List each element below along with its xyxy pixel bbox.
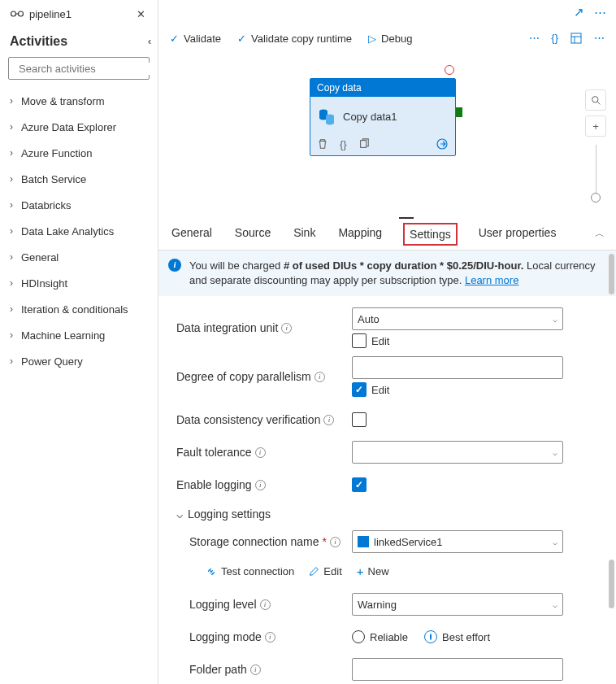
logging-level-select[interactable]: Warning⌵ bbox=[352, 593, 563, 616]
category-item[interactable]: ›HDInsight bbox=[10, 270, 158, 296]
check-icon: ✓ bbox=[170, 33, 179, 45]
template-icon[interactable] bbox=[570, 32, 583, 45]
diu-select[interactable]: Auto⌵ bbox=[352, 307, 563, 330]
pipeline-toolbar: ✓Validate ✓Validate copy runtime ▷Debug … bbox=[158, 21, 616, 55]
tab-general[interactable]: General bbox=[170, 221, 214, 247]
test-connection-button[interactable]: Test connection bbox=[206, 564, 294, 578]
diu-label: Data integration unit bbox=[176, 321, 278, 334]
category-item[interactable]: ›Power Query bbox=[10, 348, 158, 374]
info-icon[interactable]: i bbox=[255, 447, 266, 458]
node-name-label: Copy data1 bbox=[343, 111, 397, 123]
dcp-input[interactable] bbox=[352, 356, 563, 379]
pipeline-canvas[interactable]: Copy data Copy data1 {} + bbox=[158, 55, 616, 218]
expand-node-icon[interactable] bbox=[436, 137, 449, 150]
storage-connection-select[interactable]: linkedService1⌵ bbox=[352, 530, 563, 553]
diu-edit-checkbox[interactable] bbox=[352, 333, 367, 348]
tab-user-properties[interactable]: User properties bbox=[477, 221, 558, 247]
chevron-right-icon: › bbox=[10, 147, 21, 159]
category-item[interactable]: ›Batch Service bbox=[10, 166, 158, 192]
category-item[interactable]: ›Move & transform bbox=[10, 88, 158, 114]
more-icon[interactable]: ⋯ bbox=[594, 32, 605, 45]
property-tabs: General Source Sink Mapping Settings Use… bbox=[158, 218, 616, 251]
scrollbar-thumb[interactable] bbox=[609, 254, 614, 294]
svg-rect-5 bbox=[571, 33, 581, 43]
expand-icon[interactable]: ↗ bbox=[574, 5, 584, 20]
search-field[interactable] bbox=[19, 63, 155, 75]
info-icon[interactable]: i bbox=[281, 323, 292, 333]
delete-icon[interactable] bbox=[317, 138, 328, 150]
category-list: ›Move & transform ›Azure Data Explorer ›… bbox=[0, 86, 158, 374]
code-icon[interactable]: {} bbox=[551, 32, 558, 45]
tab-settings[interactable]: Settings bbox=[403, 223, 458, 246]
database-icon bbox=[317, 107, 336, 126]
copy-data-node[interactable]: Copy data Copy data1 {} bbox=[310, 78, 456, 156]
category-item[interactable]: ›Azure Data Explorer bbox=[10, 114, 158, 140]
category-item[interactable]: ›Data Lake Analytics bbox=[10, 218, 158, 244]
info-banner: i You will be charged # of used DIUs * c… bbox=[158, 251, 616, 296]
enable-logging-checkbox[interactable] bbox=[352, 477, 367, 492]
category-item[interactable]: ›Databricks bbox=[10, 192, 158, 218]
zoom-slider[interactable] bbox=[596, 145, 596, 194]
logging-mode-label: Logging mode bbox=[189, 630, 262, 643]
plus-icon: + bbox=[357, 564, 364, 578]
chevron-right-icon: › bbox=[10, 173, 21, 185]
chevron-down-icon: ⌵ bbox=[553, 538, 557, 547]
search-input[interactable] bbox=[8, 57, 150, 80]
close-tab-icon[interactable]: ✕ bbox=[132, 8, 150, 20]
info-icon: i bbox=[168, 259, 181, 272]
required-icon: * bbox=[323, 535, 327, 548]
logging-settings-header[interactable]: ⌵Logging settings bbox=[176, 508, 598, 521]
folder-path-input[interactable] bbox=[352, 658, 563, 681]
svg-rect-1 bbox=[19, 11, 24, 16]
node-type-label: Copy data bbox=[310, 79, 455, 97]
logging-mode-reliable-radio[interactable]: Reliable bbox=[352, 630, 408, 643]
logging-mode-best-effort-radio[interactable]: Best effort bbox=[424, 630, 490, 643]
info-icon[interactable]: i bbox=[260, 599, 271, 610]
tab-title: pipeline1 bbox=[29, 8, 132, 20]
info-icon[interactable]: i bbox=[250, 664, 261, 675]
canvas-search-button[interactable] bbox=[585, 89, 606, 111]
new-connection-button[interactable]: +New bbox=[357, 564, 389, 578]
node-connector-icon[interactable] bbox=[456, 107, 462, 117]
ft-label: Fault tolerance bbox=[176, 446, 252, 459]
dcv-label: Data consistency verification bbox=[176, 413, 320, 426]
svg-point-12 bbox=[592, 96, 597, 102]
chevron-right-icon: › bbox=[10, 329, 21, 341]
chevron-down-icon: ⌵ bbox=[553, 600, 557, 609]
validate-copy-runtime-button[interactable]: ✓Validate copy runtime bbox=[237, 33, 352, 45]
code-icon[interactable]: {} bbox=[340, 138, 347, 150]
window-controls: ↗ ⋯ bbox=[158, 0, 616, 21]
edit-connection-button[interactable]: Edit bbox=[309, 564, 341, 578]
enable-logging-label: Enable logging bbox=[176, 478, 252, 491]
dcp-edit-checkbox[interactable] bbox=[352, 382, 367, 397]
copy-icon[interactable] bbox=[358, 138, 370, 150]
info-icon[interactable]: i bbox=[265, 632, 275, 643]
dcv-checkbox[interactable] bbox=[352, 412, 367, 427]
zoom-slider-handle[interactable] bbox=[591, 193, 601, 203]
settings-panel: i You will be charged # of used DIUs * c… bbox=[158, 251, 616, 684]
scrollbar-thumb[interactable] bbox=[609, 560, 614, 608]
category-item[interactable]: ›Iteration & conditionals bbox=[10, 296, 158, 322]
connection-icon bbox=[206, 566, 217, 577]
debug-button[interactable]: ▷Debug bbox=[368, 33, 412, 45]
more-icon[interactable]: ⋯ bbox=[529, 32, 540, 45]
learn-more-link[interactable]: Learn more bbox=[465, 274, 518, 286]
play-icon: ▷ bbox=[368, 33, 376, 45]
tab-source[interactable]: Source bbox=[233, 221, 272, 247]
zoom-in-button[interactable]: + bbox=[585, 115, 606, 137]
collapse-panel-icon[interactable]: ︿ bbox=[595, 227, 605, 241]
chevron-down-icon: ⌵ bbox=[553, 315, 557, 324]
svg-rect-0 bbox=[11, 11, 16, 16]
info-icon[interactable]: i bbox=[323, 415, 334, 425]
info-icon[interactable]: i bbox=[330, 537, 341, 547]
category-item[interactable]: ›General bbox=[10, 244, 158, 270]
tab-mapping[interactable]: Mapping bbox=[336, 221, 384, 247]
tab-sink[interactable]: Sink bbox=[292, 221, 317, 247]
fault-tolerance-select[interactable]: ⌵ bbox=[352, 441, 563, 464]
category-item[interactable]: ›Machine Learning bbox=[10, 322, 158, 348]
more-icon[interactable]: ⋯ bbox=[594, 5, 606, 20]
info-icon[interactable]: i bbox=[255, 480, 266, 490]
info-icon[interactable]: i bbox=[315, 372, 325, 382]
validate-button[interactable]: ✓Validate bbox=[170, 33, 221, 45]
category-item[interactable]: ›Azure Function bbox=[10, 140, 158, 166]
